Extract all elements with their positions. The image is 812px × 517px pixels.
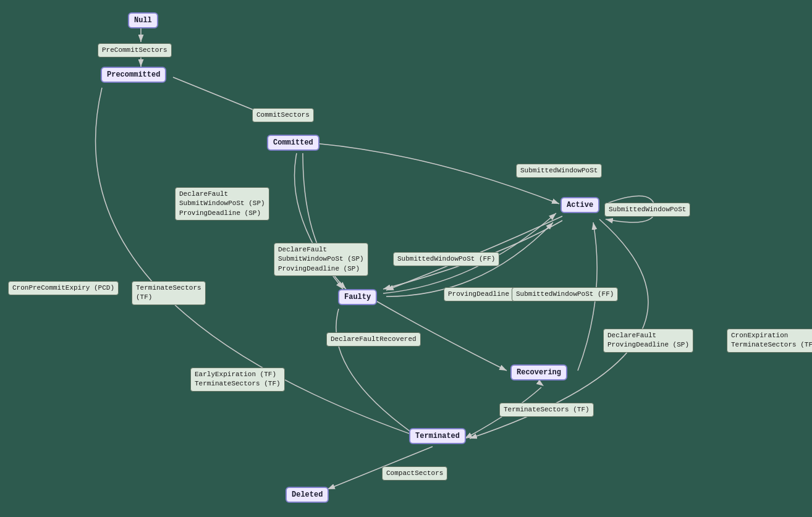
label-submitted-wp-ff1: SubmittedWindowPoSt (FF): [393, 252, 499, 266]
label-declare-fault1: DeclareFault SubmitWindowPoSt (SP) Provi…: [175, 187, 269, 221]
label-cron-precommit: CronPreCommitExpiry (PCD): [8, 281, 119, 295]
node-faulty: Faulty: [338, 289, 377, 305]
node-committed: Committed: [267, 135, 319, 151]
label-submitted-wp-ff2: SubmittedWindowPoSt (FF): [512, 287, 618, 301]
label-precommit-sectors: PreCommitSectors: [98, 43, 172, 57]
label-terminate-sectors2: TerminateSectors (TF): [499, 403, 594, 417]
label-declare-fault2: DeclareFault SubmitWindowPoSt (SP) Provi…: [274, 243, 368, 276]
label-early-expiration: EarlyExpiration (TF) TerminateSectors (T…: [190, 368, 285, 392]
node-terminated: Terminated: [409, 428, 466, 444]
node-null: Null: [128, 12, 158, 28]
label-cron-expiration: CronExpiration TerminateSectors (TF): [727, 329, 812, 353]
label-submitted-wp2: SubmittedWindowPoSt: [604, 203, 690, 217]
label-commit-sectors: CommitSectors: [252, 108, 314, 122]
node-active: Active: [560, 197, 599, 213]
diagram-container: Null Precommitted Committed Active Fault…: [0, 0, 812, 517]
label-terminate-sectors1: TerminateSectors (TF): [132, 281, 206, 305]
label-submitted-wp1: SubmittedWindowPoSt: [516, 164, 602, 178]
node-precommitted: Precommitted: [101, 67, 166, 83]
node-recovering: Recovering: [510, 364, 567, 380]
label-declare-fault3: DeclareFault ProvingDeadline (SP): [603, 329, 693, 353]
label-compact-sectors: CompactSectors: [382, 466, 447, 481]
node-deleted: Deleted: [285, 487, 329, 503]
label-declare-fault-recovered: DeclareFaultRecovered: [326, 332, 421, 347]
